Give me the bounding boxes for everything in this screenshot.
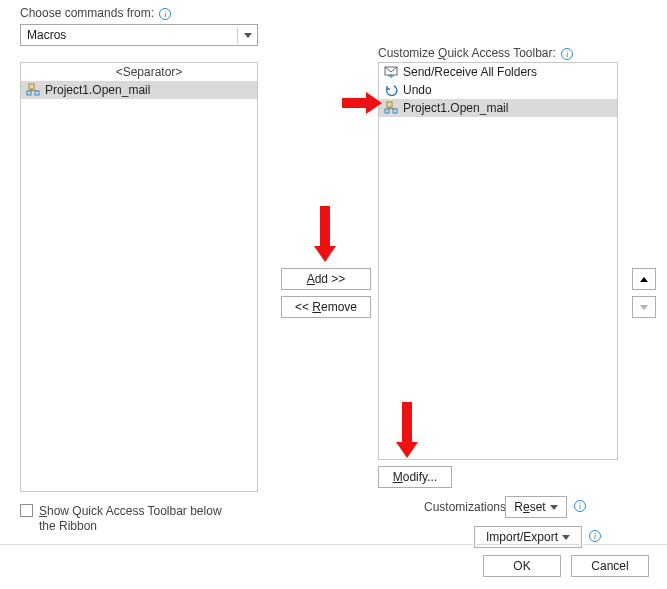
svg-rect-1 xyxy=(27,91,31,95)
remove-button-label: << Remove xyxy=(295,300,357,314)
customizations-label: Customizations: xyxy=(424,500,509,514)
list-item-label: Send/Receive All Folders xyxy=(403,65,537,79)
list-item-label: Project1.Open_mail xyxy=(45,83,150,97)
show-qat-below-ribbon-label: Show Quick Access Toolbar below the Ribb… xyxy=(39,504,240,534)
chevron-up-icon xyxy=(640,277,648,282)
remove-button[interactable]: << Remove xyxy=(281,296,371,318)
commands-source-value: Macros xyxy=(27,28,66,42)
checkbox-icon xyxy=(20,504,33,517)
svg-rect-6 xyxy=(393,109,397,113)
svg-rect-5 xyxy=(385,109,389,113)
info-icon[interactable]: i xyxy=(159,8,171,20)
customize-qat-label: Customize Quick Access Toolbar: xyxy=(378,46,556,60)
info-icon[interactable]: i xyxy=(589,530,601,542)
list-item-label: Undo xyxy=(403,83,432,97)
list-item[interactable]: Undo xyxy=(379,81,617,99)
add-button[interactable]: Add >> xyxy=(281,268,371,290)
list-item[interactable]: Send/Receive All Folders xyxy=(379,63,617,81)
ok-button[interactable]: OK xyxy=(483,555,561,577)
move-down-button[interactable] xyxy=(632,296,656,318)
send-receive-icon xyxy=(383,64,399,80)
list-item[interactable]: <Separator> xyxy=(21,63,257,81)
annotation-arrow xyxy=(342,92,382,114)
separator-icon xyxy=(25,64,41,80)
modify-button-label: Modify... xyxy=(393,470,437,484)
cancel-button[interactable]: Cancel xyxy=(571,555,649,577)
info-icon[interactable]: i xyxy=(561,48,573,60)
info-icon[interactable]: i xyxy=(574,500,586,512)
list-item[interactable]: Project1.Open_mail xyxy=(379,99,617,117)
modify-button[interactable]: Modify... xyxy=(378,466,452,488)
chevron-down-icon xyxy=(640,305,648,310)
show-qat-below-ribbon-checkbox[interactable]: Show Quick Access Toolbar below the Ribb… xyxy=(20,504,240,534)
svg-rect-2 xyxy=(35,91,39,95)
macro-icon xyxy=(25,82,41,98)
choose-commands-label: Choose commands from: xyxy=(20,6,154,20)
qat-commands-list[interactable]: Send/Receive All Folders Undo Project1.O… xyxy=(378,62,618,460)
reset-button-label: Reset xyxy=(514,500,545,514)
cancel-button-label: Cancel xyxy=(591,559,628,573)
undo-icon xyxy=(383,82,399,98)
list-item-label: <Separator> xyxy=(45,65,253,79)
annotation-arrow xyxy=(314,206,336,264)
macro-icon xyxy=(383,100,399,116)
add-button-label: Add >> xyxy=(307,272,346,286)
list-item-label: Project1.Open_mail xyxy=(403,101,508,115)
svg-rect-4 xyxy=(387,102,392,107)
ok-button-label: OK xyxy=(513,559,530,573)
divider xyxy=(0,544,667,545)
available-commands-list[interactable]: <Separator> Project1.Open_mail xyxy=(20,62,258,492)
move-up-button[interactable] xyxy=(632,268,656,290)
svg-rect-0 xyxy=(29,84,34,89)
chevron-down-icon xyxy=(237,27,253,43)
reset-button[interactable]: Reset xyxy=(505,496,567,518)
list-item[interactable]: Project1.Open_mail xyxy=(21,81,257,99)
commands-source-dropdown[interactable]: Macros xyxy=(20,24,258,46)
import-export-button-label: Import/Export xyxy=(486,530,558,544)
